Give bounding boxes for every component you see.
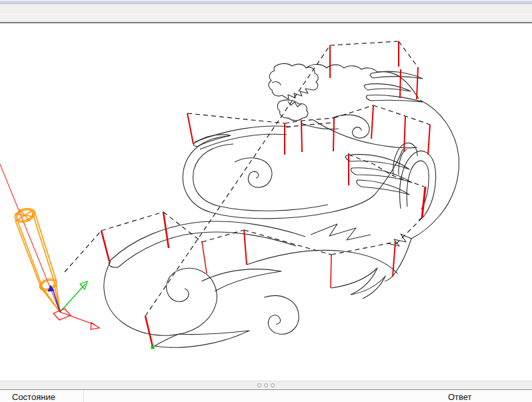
toolbar-row-1	[0, 4, 532, 15]
viewport-3d[interactable]	[0, 23, 532, 381]
grip-dot	[264, 383, 268, 387]
toolpath-scene[interactable]	[0, 23, 532, 381]
answer-column-header: Ответ	[448, 392, 472, 402]
splitter-grip-dots[interactable]	[253, 383, 279, 387]
app-window: Состояние Ответ	[0, 0, 532, 402]
plunge-move-lines	[101, 41, 430, 347]
grip-dot	[271, 383, 275, 387]
column-divider	[83, 390, 84, 402]
panel-splitter[interactable]	[0, 381, 532, 390]
endpoint-marker	[151, 346, 155, 349]
dragon-toolpath-outline	[104, 63, 459, 347]
grip-dot	[257, 383, 261, 387]
toolbar-row-2	[0, 15, 532, 22]
status-column-header: Состояние	[12, 392, 55, 402]
status-table-header: Состояние Ответ	[0, 390, 532, 402]
rapid-move-lines	[65, 41, 430, 316]
